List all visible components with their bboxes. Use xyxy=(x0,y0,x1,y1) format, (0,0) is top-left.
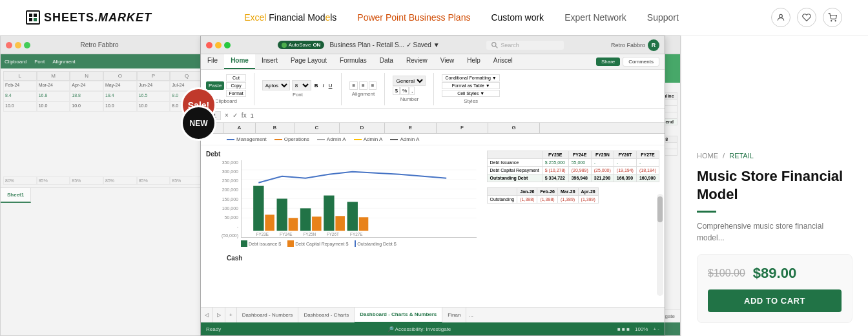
search-placeholder: Search xyxy=(501,42,519,48)
tab-home[interactable]: Home xyxy=(224,54,255,69)
site-header: SHEETS.MARKET Excel Financial Models Pow… xyxy=(0,0,868,36)
svg-line-8 xyxy=(496,46,498,48)
tab-file[interactable]: File xyxy=(201,54,224,69)
product-panel: HOME / RETAIL Music Store Financial Mode… xyxy=(681,36,868,336)
win-min-main[interactable] xyxy=(215,42,222,48)
tab-review[interactable]: Review xyxy=(400,54,434,69)
number-group: General $ % , Number xyxy=(393,73,434,105)
comments-btn[interactable]: Comments xyxy=(623,57,659,67)
breadcrumb-home[interactable]: HOME xyxy=(697,152,718,160)
status-accessibility: 🔎 Accessibility: Investigate xyxy=(388,326,451,332)
v-scrollbar[interactable] xyxy=(657,194,663,296)
number-label: Number xyxy=(400,96,418,102)
tab-dashboard-numbers[interactable]: Dashboard - Numbers xyxy=(237,308,299,323)
nav-custom[interactable]: Custom work xyxy=(491,12,544,23)
align-right-btn[interactable]: ≡ xyxy=(369,81,377,90)
debt-chart-title: Debt xyxy=(206,151,477,158)
font-family-select[interactable]: Aptos xyxy=(262,80,290,90)
format-painter-btn[interactable]: Format xyxy=(226,90,245,97)
tab-arrow-left[interactable]: ◁ xyxy=(201,308,213,323)
paste-btn[interactable]: Paste xyxy=(206,81,224,90)
tab-dashboard-charts-numbers[interactable]: Dashboard - Charts & Numbers xyxy=(355,308,442,323)
tab-help[interactable]: Help xyxy=(460,54,487,69)
breadcrumb-category[interactable]: RETAIL xyxy=(729,152,754,160)
tab-dashboard-charts[interactable]: Dashboard - Charts xyxy=(298,308,355,323)
status-bar: Ready 🔎 Accessibility: Investigate ■ ■ ■… xyxy=(201,322,665,335)
tab-data[interactable]: Data xyxy=(373,54,400,69)
copy-btn[interactable]: Copy xyxy=(226,82,245,89)
ribbon-tabs: File Home Insert Page Layout Formulas Da… xyxy=(201,54,665,70)
main-title-bar: Business Plan - Retail S... ✓ Saved ▼ xyxy=(329,41,439,48)
font-size-select[interactable]: 8 xyxy=(292,80,311,90)
nav-icons xyxy=(771,8,842,27)
preview-area: Retro Fabbro Clipboard Font Alignment L … xyxy=(0,36,681,336)
win-close-left[interactable] xyxy=(6,42,12,48)
svg-rect-23 xyxy=(335,216,345,231)
user-icon-btn[interactable] xyxy=(771,8,790,27)
share-btn[interactable]: Share xyxy=(596,58,620,66)
win-max-left[interactable] xyxy=(24,42,30,48)
tab-page-layout[interactable]: Page Layout xyxy=(284,54,333,69)
sheet-tab-left[interactable]: Sheet1 xyxy=(1,188,31,203)
add-to-cart-button[interactable]: ADD TO CART xyxy=(708,289,842,312)
excel-search-box[interactable]: Search xyxy=(486,41,564,50)
percent-btn[interactable]: $ xyxy=(393,87,399,95)
bold-btn[interactable]: B xyxy=(313,81,320,90)
tab-finan[interactable]: Finan xyxy=(442,308,466,323)
cut-btn[interactable]: Cut xyxy=(226,74,245,81)
svg-text:FY26T: FY26T xyxy=(327,232,339,236)
font-group: Aptos 8 B I U Font xyxy=(262,73,342,105)
align-left-btn[interactable]: ≡ xyxy=(349,81,358,90)
comma-btn[interactable]: % xyxy=(400,87,409,95)
debt-legend-repayment: Debt Capital Repayment $ xyxy=(295,242,348,246)
svg-rect-20 xyxy=(265,215,274,231)
logo[interactable]: SHEETS.MARKET xyxy=(26,10,152,25)
win-max-main[interactable] xyxy=(224,42,231,48)
cash-section-label: Cash xyxy=(201,252,665,264)
increase-decimal-btn[interactable]: , xyxy=(409,87,415,95)
format-table-btn[interactable]: Format as Table ▼ xyxy=(442,82,499,89)
alignment-group: ≡ ≡ ≡ Alignment xyxy=(349,73,385,105)
styles-label: Styles xyxy=(464,98,478,104)
legend-admin1: Admin A xyxy=(327,136,346,142)
tab-plus[interactable]: + xyxy=(225,308,237,323)
tab-ariscel[interactable]: Ariscel xyxy=(487,54,519,69)
ss-main: AutoSave ON Business Plan - Retail S... … xyxy=(200,36,665,336)
svg-point-7 xyxy=(492,42,496,46)
wishlist-icon-btn[interactable] xyxy=(797,8,816,27)
product-description: Comprehensive music store financial mode… xyxy=(697,220,852,244)
conditional-format-btn[interactable]: Conditional Formatting ▼ xyxy=(442,74,499,81)
svg-point-5 xyxy=(831,21,832,21)
logo-text: SHEETS.MARKET xyxy=(44,11,152,25)
svg-point-4 xyxy=(780,14,783,17)
number-format-select[interactable]: General xyxy=(393,76,426,86)
nav-powerpoint[interactable]: Power Point Business Plans xyxy=(357,12,470,23)
italic-btn[interactable]: I xyxy=(321,81,325,90)
underline-btn[interactable]: U xyxy=(327,81,334,90)
tab-more[interactable]: ... xyxy=(466,312,476,318)
alignment-label: Alignment xyxy=(352,91,375,97)
win-min-left[interactable] xyxy=(15,42,21,48)
debt-legend-issuance: Debt issuance $ xyxy=(249,242,281,246)
scrollbar-thumb[interactable] xyxy=(657,196,663,222)
sheet-tabs-bar: ◁ ▷ + Dashboard - Numbers Dashboard - Ch… xyxy=(201,307,665,322)
title-left: Retro Fabbro xyxy=(81,41,119,48)
tab-formulas[interactable]: Formulas xyxy=(333,54,373,69)
formula-bar: A1 × ✓ fx 1 xyxy=(201,109,665,123)
formula-value[interactable]: 1 xyxy=(251,112,661,119)
win-close-main[interactable] xyxy=(206,42,212,48)
legend-operations: Operations xyxy=(284,136,309,142)
nav-excel[interactable]: Excel Financial Models xyxy=(244,12,336,23)
summary-table: Jan-26 Feb-26 Mar-26 Apr-26 Outstanding … xyxy=(487,187,599,204)
nav-support[interactable]: Support xyxy=(647,12,679,23)
tab-arrow-right[interactable]: ▷ xyxy=(213,308,225,323)
autosave-on: ON xyxy=(313,42,320,48)
cell-styles-btn[interactable]: Cell Styles ▼ xyxy=(442,90,499,97)
cart-icon-btn[interactable] xyxy=(823,8,842,27)
tab-insert[interactable]: Insert xyxy=(255,54,284,69)
align-center-btn[interactable]: ≡ xyxy=(359,81,367,90)
styles-group: Conditional Formatting ▼ Format as Table… xyxy=(442,73,507,105)
tab-view[interactable]: View xyxy=(434,54,461,69)
autosave-label: AutoSave xyxy=(289,42,311,48)
nav-expert[interactable]: Expert Network xyxy=(564,12,626,23)
